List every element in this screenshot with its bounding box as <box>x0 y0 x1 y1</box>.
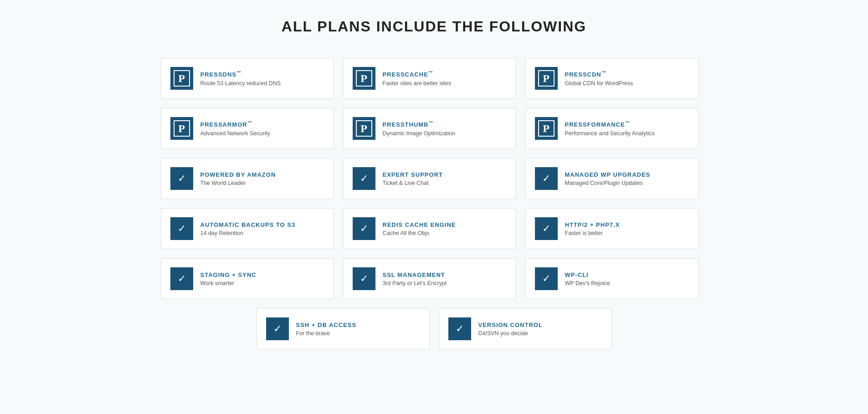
ssh-db-access-icon: ✓ <box>266 317 289 340</box>
press-cache-subtitle: Faster sites are better sites <box>383 80 452 87</box>
feature-managed-wp-upgrades: ✓ MANAGED WP UPGRADES Managed Core/Plugi… <box>525 158 699 199</box>
wp-cli-icon: ✓ <box>535 267 558 290</box>
press-cache-title: PRESSCACHE™ <box>383 70 452 78</box>
ssh-db-access-title: SSH + DB ACCESS <box>296 322 357 328</box>
expert-support-icon: ✓ <box>353 167 375 190</box>
press-dns-icon: P <box>170 67 193 90</box>
feature-press-thumb: P PRESSTHUMB™ Dynamic Image Optimization <box>343 108 516 149</box>
automatic-backups-subtitle: 14 day Retention <box>200 230 296 236</box>
managed-wp-upgrades-title: MANAGED WP UPGRADES <box>565 171 651 178</box>
powered-by-amazon-title: POWERED BY AMAZON <box>200 171 276 178</box>
redis-cache-title: REDIS CACHE ENGINE <box>383 221 456 228</box>
press-formance-icon: P <box>535 117 558 140</box>
feature-ssh-db-access: ✓ SSH + DB ACCESS For the brave <box>257 308 430 349</box>
press-formance-subtitle: Performance and Security Analytics <box>565 130 655 137</box>
ssl-management-subtitle: 3rd Party or Let's Encrypt <box>383 280 447 286</box>
feature-http2-php: ✓ HTTP/2 + PHP7.X Faster is better <box>525 208 699 249</box>
press-dns-subtitle: Route 53 Latency reduced DNS <box>200 80 281 87</box>
redis-cache-icon: ✓ <box>353 217 375 240</box>
redis-cache-subtitle: Cache All the Objs <box>383 230 456 236</box>
press-thumb-icon: P <box>353 117 375 140</box>
ssh-db-access-subtitle: For the brave <box>296 330 357 337</box>
ssl-management-title: SSL MANAGEMENT <box>383 271 447 278</box>
press-dns-title: PRESSDNS™ <box>200 70 281 78</box>
version-control-title: VERSION CONTROL <box>478 322 543 328</box>
http2-php-subtitle: Faster is better <box>565 230 620 236</box>
feature-expert-support: ✓ EXPERT SUPPORT Ticket & Live Chat <box>343 158 516 199</box>
managed-wp-upgrades-subtitle: Managed Core/Plugin Updates <box>565 180 651 186</box>
staging-sync-icon: ✓ <box>170 267 193 290</box>
press-armor-title: PRESSARMOR™ <box>200 120 271 128</box>
feature-press-formance: P PRESSFORMANCE™ Performance and Securit… <box>525 108 699 149</box>
staging-sync-title: STAGING + SYNC <box>200 271 257 278</box>
press-cdn-title: PRESSCDN™ <box>565 70 633 78</box>
automatic-backups-icon: ✓ <box>170 217 193 240</box>
feature-press-cache: P PRESSCACHE™ Faster sites are better si… <box>343 58 516 99</box>
feature-press-dns: P PRESSDNS™ Route 53 Latency reduced DNS <box>161 58 334 99</box>
feature-press-cdn: P PRESSCDN™ Global CDN for WordPress <box>525 58 699 99</box>
page-title: ALL PLANS INCLUDE THE FOLLOWING <box>282 18 586 35</box>
feature-redis-cache: ✓ REDIS CACHE ENGINE Cache All the Objs <box>343 208 516 249</box>
ssl-management-icon: ✓ <box>353 267 375 290</box>
version-control-subtitle: Git/SVN you decide <box>478 330 543 337</box>
powered-by-amazon-subtitle: The World Leader <box>200 180 276 186</box>
press-thumb-title: PRESSTHUMB™ <box>383 120 456 128</box>
wp-cli-title: WP-CLI <box>565 271 610 278</box>
feature-ssl-management: ✓ SSL MANAGEMENT 3rd Party or Let's Encr… <box>343 258 516 299</box>
managed-wp-upgrades-icon: ✓ <box>535 167 558 190</box>
feature-staging-sync: ✓ STAGING + SYNC Work smarter <box>161 258 334 299</box>
powered-by-amazon-icon: ✓ <box>170 167 193 190</box>
feature-powered-by-amazon: ✓ POWERED BY AMAZON The World Leader <box>161 158 334 199</box>
staging-sync-subtitle: Work smarter <box>200 280 257 286</box>
press-armor-icon: P <box>170 117 193 140</box>
feature-wp-cli: ✓ WP-CLI WP Dev's Rejoice <box>525 258 699 299</box>
expert-support-title: EXPERT SUPPORT <box>383 171 443 178</box>
press-formance-title: PRESSFORMANCE™ <box>565 120 655 128</box>
version-control-icon: ✓ <box>448 317 471 340</box>
press-thumb-subtitle: Dynamic Image Optimization <box>383 130 456 137</box>
feature-version-control: ✓ VERSION CONTROL Git/SVN you decide <box>439 308 612 349</box>
press-cache-icon: P <box>353 67 375 90</box>
wp-cli-subtitle: WP Dev's Rejoice <box>565 280 610 286</box>
feature-press-armor: P PRESSARMOR™ Advanced Network Security <box>161 108 334 149</box>
feature-automatic-backups: ✓ AUTOMATIC BACKUPS TO S3 14 day Retenti… <box>161 208 334 249</box>
features-grid: P PRESSDNS™ Route 53 Latency reduced DNS… <box>161 58 708 299</box>
press-cdn-icon: P <box>535 67 558 90</box>
http2-php-title: HTTP/2 + PHP7.X <box>565 221 620 228</box>
automatic-backups-title: AUTOMATIC BACKUPS TO S3 <box>200 221 296 228</box>
press-armor-subtitle: Advanced Network Security <box>200 130 271 137</box>
expert-support-subtitle: Ticket & Live Chat <box>383 180 443 186</box>
http2-php-icon: ✓ <box>535 217 558 240</box>
press-cdn-subtitle: Global CDN for WordPress <box>565 80 633 87</box>
bottom-features-row: ✓ SSH + DB ACCESS For the brave ✓ VERSIO… <box>161 308 708 349</box>
